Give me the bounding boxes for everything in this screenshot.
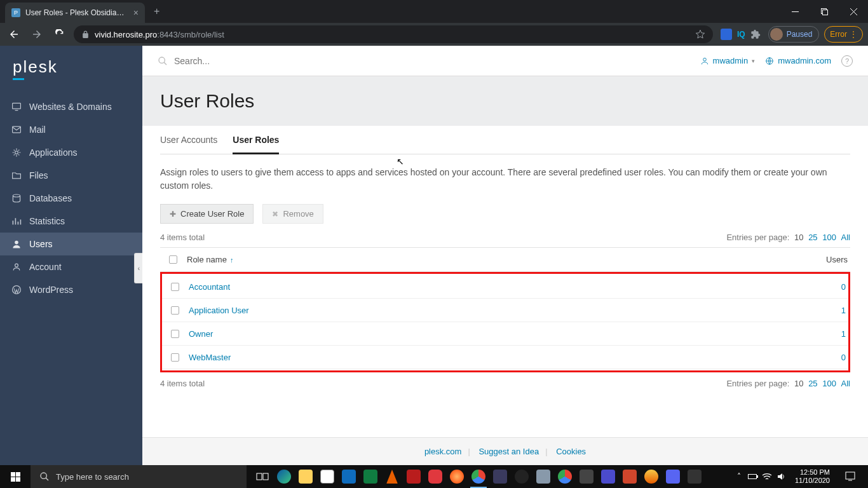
task-view-icon[interactable] — [252, 465, 273, 488]
page-header: User Roles — [142, 76, 868, 126]
sidebar-collapse-button[interactable]: ‹ — [134, 253, 143, 283]
system-tray: ˄ 12:50 PM 11/10/2020 — [728, 465, 868, 488]
create-user-role-button[interactable]: ✚ Create User Role — [160, 204, 254, 224]
app-icon[interactable] — [576, 465, 597, 488]
wifi-icon[interactable] — [762, 471, 772, 482]
row-checkbox[interactable] — [171, 283, 179, 291]
extensions-puzzle-icon[interactable] — [750, 29, 761, 39]
app-icon[interactable] — [489, 465, 511, 488]
chat-icon[interactable] — [424, 465, 446, 488]
obs-icon[interactable] — [511, 465, 532, 488]
row-checkbox[interactable] — [171, 330, 179, 338]
chrome-icon-2[interactable] — [554, 465, 576, 488]
svg-rect-17 — [846, 472, 855, 479]
edge-icon[interactable] — [273, 465, 295, 488]
sidebar-item-mail[interactable]: Mail — [0, 118, 142, 141]
sidebar-item-files[interactable]: Files — [0, 164, 142, 187]
reload-button[interactable] — [51, 25, 69, 43]
topbar: mwadmin ▾ mwadmin.com ? — [142, 46, 868, 76]
svg-rect-14 — [263, 473, 268, 480]
vlc-icon[interactable] — [381, 465, 403, 488]
back-button[interactable] — [5, 25, 23, 43]
role-link[interactable]: Application User — [189, 306, 249, 315]
sidebar-item-applications[interactable]: Applications — [0, 141, 142, 164]
row-checkbox[interactable] — [171, 306, 179, 315]
help-button[interactable]: ? — [841, 55, 853, 67]
sidebar-item-users[interactable]: Users — [0, 233, 142, 255]
sidebar-item-wordpress[interactable]: WordPress — [0, 278, 142, 301]
taskbar-search[interactable]: Type here to search — [31, 465, 247, 488]
clock[interactable]: 12:50 PM 11/10/2020 — [790, 468, 835, 485]
users-count-link[interactable]: 0 — [841, 282, 846, 292]
per-page-option[interactable]: 10 — [794, 379, 803, 388]
file-explorer-icon[interactable] — [295, 465, 316, 488]
role-link[interactable]: WebMaster — [189, 353, 231, 362]
maximize-button[interactable] — [810, 0, 839, 23]
chrome-icon[interactable] — [468, 465, 489, 488]
per-page-option[interactable]: All — [841, 379, 850, 388]
notifications-icon[interactable] — [839, 465, 862, 488]
close-icon[interactable]: × — [133, 8, 139, 18]
role-link[interactable]: Owner — [189, 329, 213, 339]
users-count-link[interactable]: 0 — [841, 353, 846, 362]
store-icon[interactable] — [316, 465, 338, 488]
tab-user-accounts[interactable]: User Accounts — [160, 126, 217, 154]
plesk-logo[interactable]: plesk — [0, 46, 142, 95]
footer-link[interactable]: Suggest an Idea — [478, 447, 539, 456]
per-page-option[interactable]: 100 — [822, 379, 836, 388]
forward-button[interactable] — [28, 25, 46, 43]
search-input[interactable] — [174, 56, 365, 66]
per-page-option[interactable]: 100 — [822, 233, 836, 242]
sidebar-item-websites-domains[interactable]: Websites & Domains — [0, 95, 142, 118]
users-count-link[interactable]: 1 — [841, 329, 846, 339]
user-icon — [700, 57, 709, 65]
svg-point-10 — [703, 58, 706, 61]
sidebar-item-account[interactable]: Account — [0, 255, 142, 278]
svg-rect-1 — [822, 10, 827, 15]
extension-icon[interactable] — [721, 29, 732, 40]
users-count-link[interactable]: 1 — [841, 306, 846, 315]
sidebar-item-statistics[interactable]: Statistics — [0, 210, 142, 233]
per-page-option[interactable]: 25 — [808, 379, 817, 388]
profile-chip[interactable]: Paused — [768, 26, 820, 43]
remove-button[interactable]: ✖ Remove — [262, 204, 323, 224]
tray-expand-icon[interactable]: ˄ — [734, 471, 744, 482]
app-icon[interactable] — [532, 465, 554, 488]
browser-tabstrip: P User Roles - Plesk Obsidian 18.0... × … — [0, 0, 868, 23]
new-tab-button[interactable]: + — [145, 6, 168, 17]
select-all-checkbox[interactable] — [169, 255, 177, 264]
user-menu[interactable]: mwadmin ▾ — [700, 56, 756, 65]
firefox-icon[interactable] — [446, 465, 468, 488]
app-icon[interactable] — [641, 465, 662, 488]
app-icon[interactable] — [684, 465, 705, 488]
role-link[interactable]: Accountant — [189, 282, 230, 292]
column-users[interactable]: Users — [799, 255, 850, 264]
filezilla-icon[interactable] — [403, 465, 424, 488]
address-bar[interactable]: vivid.herosite.pro:8443/smb/role/list — [74, 25, 713, 43]
app-icon[interactable] — [619, 465, 641, 488]
per-page-option[interactable]: 10 — [794, 233, 803, 242]
app-icon[interactable] — [597, 465, 619, 488]
per-page-option[interactable]: 25 — [808, 233, 817, 242]
error-chip[interactable]: Error ⋮ — [824, 26, 863, 43]
domain-link[interactable]: mwadmin.com — [765, 56, 831, 65]
tab-user-roles[interactable]: User Roles — [233, 126, 279, 154]
app-icon[interactable] — [662, 465, 684, 488]
volume-icon[interactable] — [776, 471, 786, 482]
per-page-option[interactable]: All — [841, 233, 850, 242]
excel-icon[interactable] — [360, 465, 381, 488]
mail-icon[interactable] — [338, 465, 360, 488]
column-role-name[interactable]: Role name ↑ — [186, 255, 799, 264]
footer-link[interactable]: plesk.com — [424, 447, 462, 456]
browser-tab[interactable]: P User Roles - Plesk Obsidian 18.0... × — [5, 3, 145, 23]
items-total: 4 items total — [160, 233, 205, 242]
minimize-button[interactable] — [780, 0, 810, 23]
sidebar-item-databases[interactable]: Databases — [0, 187, 142, 210]
battery-icon[interactable] — [748, 471, 758, 482]
start-button[interactable] — [0, 465, 31, 488]
extension-icon[interactable]: IQ — [737, 30, 745, 39]
footer-link[interactable]: Cookies — [556, 447, 586, 456]
row-checkbox[interactable] — [171, 353, 179, 362]
bookmark-star-icon[interactable] — [695, 29, 705, 39]
close-window-button[interactable] — [839, 0, 868, 23]
